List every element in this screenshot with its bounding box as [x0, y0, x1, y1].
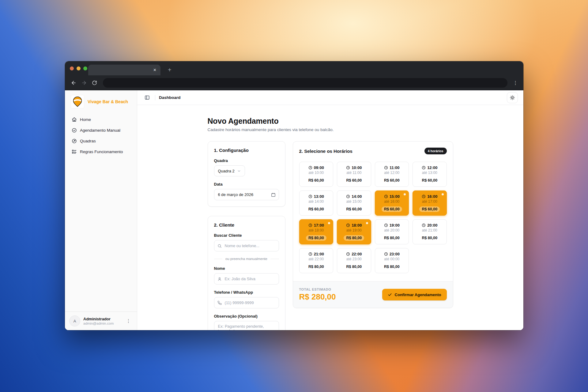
data-input[interactable]	[214, 189, 279, 200]
sidebar-item-quadras[interactable]: Quadras	[69, 136, 133, 146]
calendar-icon[interactable]	[271, 192, 276, 197]
quadra-select[interactable]: Quadra 2	[214, 165, 245, 176]
slot-15:00[interactable]: 15:00até 16:00R$ 60,00	[375, 190, 409, 216]
slot-price: R$ 60,00	[306, 206, 326, 212]
nome-input[interactable]	[214, 273, 279, 285]
sun-icon	[510, 95, 515, 100]
traffic-lights	[70, 66, 87, 70]
slot-start: 22:00	[352, 252, 362, 256]
slot-price: R$ 60,00	[344, 178, 364, 183]
slot-23:00[interactable]: 23:00até 00:00R$ 80,00	[375, 248, 409, 273]
slot-price: R$ 60,00	[344, 206, 364, 212]
clock-icon	[422, 223, 426, 227]
nome-label: Nome	[214, 266, 279, 271]
slot-start: 15:00	[390, 194, 400, 199]
chevron-down-icon	[237, 169, 241, 173]
sidebar-user[interactable]: A Administrador admin@admin.com ⋮	[65, 311, 137, 330]
sidebar-item-agendamento-manual[interactable]: Agendamento Manual	[69, 126, 133, 135]
slot-11:00[interactable]: 11:00até 12:00R$ 60,00	[375, 162, 409, 187]
court-icon	[72, 138, 77, 144]
sidebar-item-regras-funcionamento[interactable]: Regras Funcionamento	[69, 147, 133, 156]
new-tab-button[interactable]: +	[166, 66, 173, 74]
avatar: A	[69, 315, 80, 326]
reload-icon[interactable]	[90, 79, 99, 87]
slot-price: R$ 80,00	[419, 235, 440, 241]
main-header: Dashboard	[137, 90, 523, 105]
slot-until: até 11:00	[346, 171, 361, 175]
brand-name: Vivage Bar & Beach	[88, 99, 128, 104]
slot-until: até 12:00	[384, 171, 399, 175]
sidebar-nav: Home Agendamento Manual Quadras	[65, 112, 137, 160]
clock-icon	[308, 252, 312, 256]
panel-toggle-icon[interactable]	[143, 93, 151, 102]
home-icon	[72, 117, 77, 122]
slot-14:00[interactable]: 14:00até 15:00R$ 60,00	[337, 190, 371, 216]
user-icon	[217, 277, 222, 281]
slot-until: até 00:00	[384, 257, 399, 261]
back-icon[interactable]	[69, 79, 78, 87]
browser-menu-icon[interactable]: ⋮	[512, 80, 519, 86]
slots-card-title: 2. Selecione os Horários	[299, 149, 352, 154]
address-bar[interactable]	[103, 78, 507, 88]
app-root: Vivage Bar & Beach Home Agendamento Manu…	[65, 90, 523, 330]
slot-09:00[interactable]: 09:00até 10:00R$ 60,00	[299, 162, 334, 187]
sidebar-item-home[interactable]: Home	[69, 115, 133, 124]
theme-toggle-button[interactable]	[507, 92, 518, 103]
confirm-button-label: Confirmar Agendamento	[395, 292, 441, 297]
search-input[interactable]	[214, 240, 279, 251]
slot-20:00[interactable]: 20:00até 21:00R$ 80,00	[413, 219, 447, 244]
minimize-window-button[interactable]	[77, 66, 81, 70]
slot-18:00[interactable]: 18:00até 19:00R$ 80,00	[337, 219, 371, 244]
slot-price: R$ 60,00	[419, 206, 440, 212]
observacao-textarea[interactable]	[214, 321, 279, 330]
total-value: R$ 280,00	[299, 292, 336, 302]
slot-price: R$ 80,00	[344, 264, 364, 270]
slot-price: R$ 60,00	[419, 178, 440, 183]
left-column: 1. Configuração Quadra Quadra 2 Data	[208, 141, 285, 330]
slot-until: até 10:00	[308, 171, 324, 175]
slot-until: até 18:00	[308, 228, 324, 232]
config-card: 1. Configuração Quadra Quadra 2 Data	[208, 141, 285, 207]
forward-icon[interactable]	[80, 79, 88, 87]
check-icon	[388, 292, 392, 297]
slot-start: 18:00	[352, 223, 362, 228]
slot-10:00[interactable]: 10:00até 11:00R$ 60,00	[337, 162, 371, 187]
zoom-window-button[interactable]	[83, 66, 87, 70]
slot-price: R$ 80,00	[306, 235, 326, 241]
user-email: admin@admin.com	[83, 322, 121, 325]
sidebar-item-label: Regras Funcionamento	[80, 149, 123, 154]
total-label: TOTAL ESTIMADO	[299, 288, 336, 291]
tab-close-icon[interactable]: ✕	[152, 67, 157, 73]
page-subtitle: Cadastre horários manualmente para clien…	[208, 127, 453, 132]
content-container: Novo Agendamento Cadastre horários manua…	[208, 105, 453, 330]
rules-icon	[72, 149, 77, 154]
telefone-input[interactable]	[214, 297, 279, 308]
slot-21:00[interactable]: 21:00até 22:00R$ 80,00	[299, 248, 334, 273]
slot-22:00[interactable]: 22:00até 23:00R$ 80,00	[337, 248, 371, 273]
slot-price: R$ 80,00	[382, 235, 402, 241]
slot-17:00[interactable]: 17:00até 18:00R$ 80,00	[299, 219, 334, 244]
slots-grid: 09:00até 10:00R$ 60,0010:00até 11:00R$ 6…	[293, 154, 453, 281]
content-scroll[interactable]: Novo Agendamento Cadastre horários manua…	[137, 105, 523, 330]
browser-tab[interactable]: ✕	[88, 65, 160, 75]
slot-until: até 15:00	[346, 199, 362, 204]
slot-19:00[interactable]: 19:00até 20:00R$ 80,00	[375, 219, 409, 244]
slot-until: até 13:00	[422, 171, 437, 175]
slot-start: 14:00	[352, 194, 362, 199]
user-menu-icon[interactable]: ⋮	[124, 317, 133, 325]
slot-until: até 16:00	[384, 199, 399, 204]
phone-icon	[217, 301, 222, 305]
slot-12:00[interactable]: 12:00até 13:00R$ 60,00	[413, 162, 447, 187]
brand: Vivage Bar & Beach	[65, 90, 137, 112]
slot-start: 20:00	[427, 223, 437, 228]
slot-13:00[interactable]: 13:00até 14:00R$ 60,00	[299, 190, 334, 216]
slot-price: R$ 80,00	[344, 235, 364, 241]
clock-icon	[346, 166, 350, 170]
slot-16:00[interactable]: 16:00até 17:00R$ 60,00	[413, 190, 447, 216]
clock-icon	[422, 166, 426, 170]
slot-start: 09:00	[314, 165, 324, 170]
clock-icon	[384, 223, 388, 227]
close-window-button[interactable]	[70, 66, 74, 70]
slot-start: 16:00	[427, 194, 437, 199]
confirm-button[interactable]: Confirmar Agendamento	[382, 289, 447, 300]
